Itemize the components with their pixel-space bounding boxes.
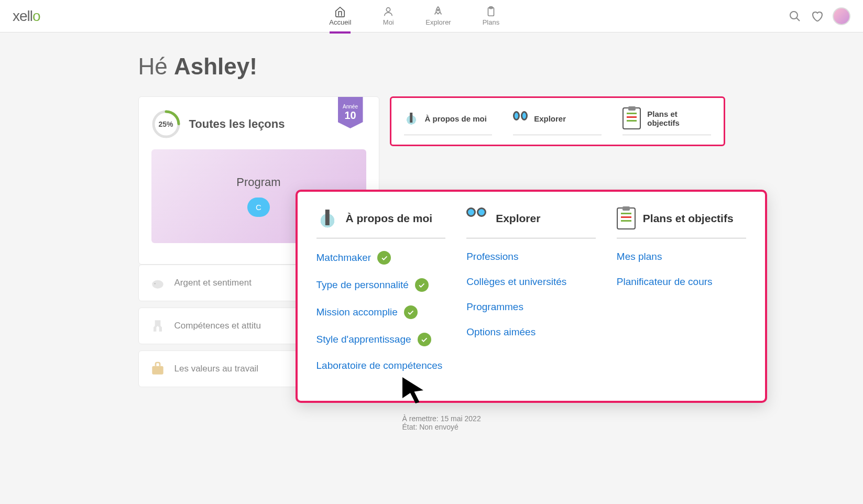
rocket-icon (432, 6, 444, 17)
svg-point-0 (387, 8, 390, 12)
nav-tab-label: Explorer (425, 18, 451, 26)
progress-ring: 25% (151, 109, 181, 139)
top-header: xello Accueil Moi Explorer Plans (0, 0, 863, 32)
nav-tab-label: Moi (383, 18, 394, 26)
greeting-prefix: Hé (138, 53, 174, 79)
check-icon (377, 251, 391, 265)
quick-tab-explorer[interactable]: Explorer (513, 107, 602, 135)
svg-point-8 (154, 283, 156, 284)
progress-percent: 25% (158, 120, 173, 128)
year-label: Année (343, 104, 358, 109)
check-icon (418, 333, 431, 346)
heart-icon[interactable] (811, 10, 823, 23)
avatar[interactable] (833, 7, 850, 25)
nav-tab-explorer[interactable]: Explorer (425, 6, 451, 26)
logo-accent: o (32, 8, 40, 24)
quick-tab-label: Plans et objectifs (647, 109, 711, 127)
overlay-link-skills-lab[interactable]: Laboratoire de compétences (316, 360, 446, 371)
year-badge: Année 10 (338, 97, 363, 128)
overlay-link-colleges[interactable]: Collèges et universités (466, 276, 596, 288)
quick-tab-label: Explorer (534, 114, 566, 123)
overlay-link-learning[interactable]: Style d'apprentissage (316, 333, 446, 346)
overlay-col-explorer: Explorer Professions Collèges et univers… (466, 207, 596, 385)
overlay-link-liked[interactable]: Options aimées (466, 326, 596, 338)
overlay-col-title: À propos de moi (346, 212, 433, 225)
nav-tab-accueil[interactable]: Accueil (329, 6, 351, 26)
overlay-link-matchmaker[interactable]: Matchmaker (316, 251, 446, 265)
binoculars-icon (466, 207, 488, 229)
check-icon (415, 278, 429, 292)
search-icon[interactable] (789, 10, 801, 23)
greeting-name: Ashley! (174, 53, 257, 79)
quick-tab-plans[interactable]: Plans et objectifs (622, 107, 711, 135)
due-date: À remettre: 15 mai 2022 (402, 414, 713, 423)
program-button[interactable]: C (247, 198, 270, 217)
overlay-link-my-plans[interactable]: Mes plans (617, 251, 746, 262)
clipboard-icon (622, 107, 641, 129)
svg-point-7 (152, 280, 163, 289)
overlay-link-mission[interactable]: Mission accomplie (316, 305, 446, 319)
overlay-col-plans: Plans et objectifs Mes plans Planificate… (617, 207, 746, 385)
overlay-popup: À propos de moi Matchmaker Type de perso… (296, 190, 767, 403)
nav-tab-moi[interactable]: Moi (383, 6, 394, 26)
overlay-col-title: Plans et objectifs (643, 212, 734, 225)
overlay-link-professions[interactable]: Professions (466, 251, 596, 262)
overlay-link-programs[interactable]: Programmes (466, 301, 596, 313)
piggy-bank-icon (149, 275, 166, 291)
nav-tab-label: Accueil (329, 18, 351, 26)
due-status: État: Non envoyé (402, 423, 713, 431)
year-number: 10 (344, 109, 356, 122)
hands-icon (149, 317, 166, 334)
cursor-arrow-icon (397, 375, 429, 406)
svg-rect-9 (152, 366, 163, 375)
overlay-link-personality[interactable]: Type de personnalité (316, 278, 446, 292)
logo[interactable]: xello (13, 8, 40, 25)
header-right (789, 7, 850, 25)
quick-tabs: À propos de moi Explorer Plans et object… (390, 96, 725, 146)
program-title: Program (164, 176, 354, 189)
greeting: Hé Ashley! (138, 53, 725, 80)
logo-text: xell (13, 8, 32, 24)
clipboard-icon (617, 207, 636, 229)
briefcase-icon (149, 360, 166, 377)
tower-icon (316, 207, 338, 229)
overlay-col-title: Explorer (496, 212, 540, 225)
binoculars-icon (513, 111, 528, 126)
nav-tabs: Accueil Moi Explorer Plans (329, 6, 499, 26)
svg-point-4 (790, 12, 798, 19)
main-content: Hé Ashley! Année 10 25% Toutes les leçon… (96, 32, 767, 437)
overlay-col-about: À propos de moi Matchmaker Type de perso… (316, 207, 446, 385)
lessons-title: Toutes les leçons (189, 117, 285, 131)
person-icon (383, 6, 394, 17)
overlay-link-course-planner[interactable]: Planificateur de cours (617, 276, 746, 288)
quick-tab-label: À propos de moi (425, 114, 487, 123)
clipboard-icon (485, 6, 497, 17)
due-info: À remettre: 15 mai 2022 État: Non envoyé (390, 408, 725, 437)
check-icon (404, 305, 418, 319)
svg-point-1 (438, 9, 439, 11)
home-icon (334, 6, 346, 17)
tower-icon (404, 111, 419, 126)
quick-tab-about[interactable]: À propos de moi (404, 107, 493, 135)
nav-tab-label: Plans (483, 18, 500, 26)
nav-tab-plans[interactable]: Plans (483, 6, 500, 26)
